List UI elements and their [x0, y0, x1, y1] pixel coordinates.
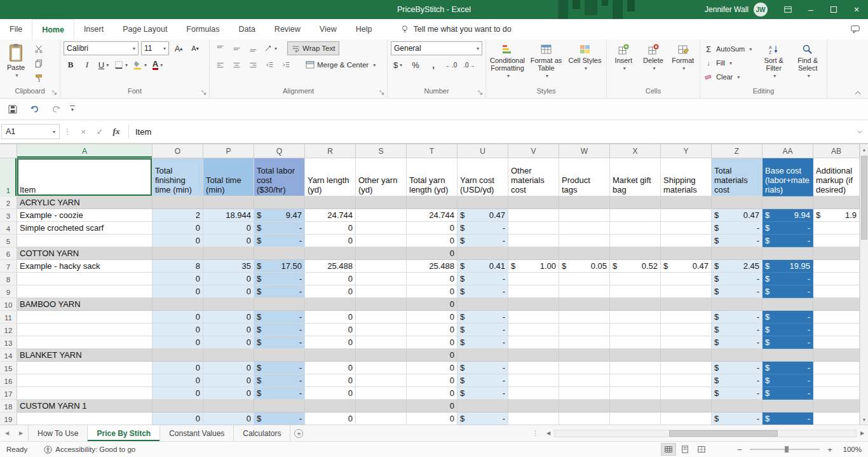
find-select-button[interactable]: Find & Select ▾ [792, 41, 824, 87]
clipboard-dialog-launcher-icon[interactable] [52, 90, 58, 96]
scroll-up-icon[interactable]: ▲ [862, 144, 867, 154]
row-header-12[interactable]: 12 [0, 324, 17, 336]
increase-decimal-button[interactable]: ←.0 [444, 58, 458, 72]
cell-Z18[interactable] [712, 400, 763, 413]
cell-W7[interactable]: $0.05 [559, 260, 610, 273]
cell-Q19[interactable]: $- [254, 413, 305, 425]
cell-W19[interactable] [559, 413, 610, 425]
cell-R8[interactable]: 0 [305, 273, 356, 285]
cell-Z5[interactable]: $- [712, 235, 763, 247]
cell-AA17[interactable]: $- [763, 387, 813, 400]
cell-Q16[interactable]: $- [254, 374, 305, 387]
ribbon-display-options-icon[interactable] [776, 0, 799, 19]
cell-P4[interactable]: 0 [203, 222, 254, 235]
cell-S15[interactable] [356, 362, 407, 374]
cell-S6[interactable] [356, 247, 407, 260]
minimize-button[interactable]: – [799, 0, 822, 19]
cell-T9[interactable]: 0 [407, 285, 458, 298]
cell-A6[interactable]: COTTON YARN [17, 247, 153, 260]
cell-T11[interactable]: 0 [407, 311, 458, 324]
cell-R11[interactable]: 0 [305, 311, 356, 324]
row-header-8[interactable]: 8 [0, 273, 17, 285]
column-header-Y[interactable]: Y [661, 144, 712, 158]
cell-Y4[interactable] [661, 222, 712, 235]
align-middle-icon[interactable] [229, 41, 243, 55]
cell-T6[interactable]: 0 [407, 247, 458, 260]
cell-O5[interactable]: 0 [153, 235, 203, 247]
cell-V17[interactable] [508, 387, 559, 400]
tab-review[interactable]: Review [265, 19, 310, 39]
cell-S17[interactable] [356, 387, 407, 400]
cell-V5[interactable] [508, 235, 559, 247]
cell-AA12[interactable]: $- [763, 324, 813, 336]
cell-P13[interactable]: 0 [203, 336, 254, 349]
cell-W8[interactable] [559, 273, 610, 285]
cell-AB8[interactable] [813, 273, 860, 285]
cell-P15[interactable]: 0 [203, 362, 254, 374]
cell-P14[interactable] [203, 349, 254, 362]
formula-bar-splitter[interactable]: ⋮ [60, 127, 75, 136]
cell-R6[interactable] [305, 247, 356, 260]
cell-U16[interactable]: $- [458, 374, 508, 387]
column-header-AB[interactable]: AB [813, 144, 860, 158]
cell-Z14[interactable] [712, 349, 763, 362]
cell-R1[interactable]: Yarn length (yd) [305, 158, 356, 196]
cell-A18[interactable]: CUSTOM YARN 1 [17, 400, 153, 413]
cell-R16[interactable]: 0 [305, 374, 356, 387]
cell-Y19[interactable] [661, 413, 712, 425]
cell-AB4[interactable] [813, 222, 860, 235]
alignment-dialog-launcher-icon[interactable] [379, 90, 385, 96]
zoom-level[interactable]: 100% [840, 446, 862, 453]
cell-AB14[interactable] [813, 349, 860, 362]
cell-V8[interactable] [508, 273, 559, 285]
font-size-select[interactable]: 11▾ [141, 41, 169, 55]
cell-Y15[interactable] [661, 362, 712, 374]
cell-T7[interactable]: 25.488 [407, 260, 458, 273]
column-header-O[interactable]: O [153, 144, 203, 158]
cell-styles-button[interactable]: Cell Styles ▾ [567, 41, 603, 87]
zoom-slider[interactable] [750, 449, 820, 450]
cell-P5[interactable]: 0 [203, 235, 254, 247]
cell-T13[interactable]: 0 [407, 336, 458, 349]
row-header-1[interactable]: 1 [0, 158, 17, 196]
cell-AA4[interactable]: $- [763, 222, 813, 235]
column-header-Z[interactable]: Z [712, 144, 763, 158]
zoom-slider-thumb[interactable] [785, 446, 789, 453]
cell-Z2[interactable] [712, 196, 763, 209]
cell-Q15[interactable]: $- [254, 362, 305, 374]
cell-R10[interactable] [305, 298, 356, 311]
cell-U4[interactable]: $- [458, 222, 508, 235]
cell-S16[interactable] [356, 374, 407, 387]
cell-U17[interactable]: $- [458, 387, 508, 400]
cell-AB15[interactable] [813, 362, 860, 374]
cell-AB12[interactable] [813, 324, 860, 336]
cell-Y10[interactable] [661, 298, 712, 311]
cell-X11[interactable] [610, 311, 661, 324]
cell-P3[interactable]: 18.944 [203, 209, 254, 222]
formula-input[interactable]: Item [133, 127, 853, 137]
cell-X4[interactable] [610, 222, 661, 235]
column-header-V[interactable]: V [508, 144, 559, 158]
customize-qat-icon[interactable]: ▾ [70, 106, 75, 113]
cell-W2[interactable] [559, 196, 610, 209]
cell-S1[interactable]: Other yarn (yd) [356, 158, 407, 196]
column-header-U[interactable]: U [458, 144, 508, 158]
number-dialog-launcher-icon[interactable] [478, 90, 484, 96]
cell-V7[interactable]: $1.00 [508, 260, 559, 273]
cell-T1[interactable]: Total yarn length (yd) [407, 158, 458, 196]
fill-color-button[interactable]: ▾ [132, 58, 148, 72]
cell-Q6[interactable] [254, 247, 305, 260]
cell-X17[interactable] [610, 387, 661, 400]
cell-R3[interactable]: 24.744 [305, 209, 356, 222]
row-header-9[interactable]: 9 [0, 285, 17, 298]
cell-Z6[interactable] [712, 247, 763, 260]
cell-Z1[interactable]: Total materials cost [712, 158, 763, 196]
cell-V2[interactable] [508, 196, 559, 209]
cell-AA16[interactable]: $- [763, 374, 813, 387]
cell-AA18[interactable] [763, 400, 813, 413]
cell-W4[interactable] [559, 222, 610, 235]
cell-R15[interactable]: 0 [305, 362, 356, 374]
tab-data[interactable]: Data [229, 19, 264, 39]
tab-formulas[interactable]: Formulas [177, 19, 229, 39]
cell-A14[interactable]: BLANKET YARN [17, 349, 153, 362]
